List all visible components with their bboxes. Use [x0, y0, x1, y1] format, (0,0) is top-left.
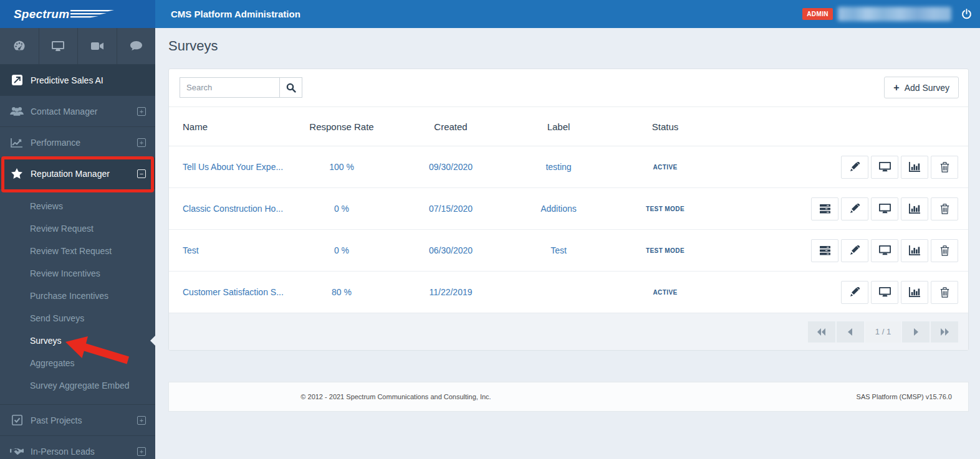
created-date: 09/30/2020	[388, 162, 513, 172]
queue-button[interactable]	[811, 239, 838, 262]
admin-badge: ADMIN	[802, 8, 833, 20]
expand-plus-icon[interactable]: +	[137, 107, 146, 116]
response-rate-value: 0 %	[295, 245, 388, 255]
label-value: testing	[513, 162, 604, 172]
sidebar-item-in-person-leads[interactable]: In-Person Leads+	[0, 435, 155, 459]
logo-area: Spectrum	[0, 0, 155, 28]
sidebar-item-label: In-Person Leads	[31, 447, 95, 457]
row-actions	[726, 281, 958, 304]
preview-button[interactable]	[871, 197, 898, 220]
first-page-button[interactable]	[808, 321, 835, 343]
status-badge: ACTIVE	[604, 164, 726, 171]
top-bar: Spectrum CMS Platform Administration ADM…	[0, 0, 980, 28]
chat-nav-icon[interactable]	[117, 28, 156, 64]
add-survey-label: Add Survey	[905, 83, 949, 93]
expand-plus-icon[interactable]: +	[137, 138, 146, 147]
sidebar-item-performance[interactable]: Performance+	[0, 126, 155, 158]
submenu-item-reviews[interactable]: Reviews	[0, 195, 155, 217]
users-icon	[10, 106, 24, 116]
survey-name-link[interactable]: Tell Us About Your Expe...	[183, 162, 295, 172]
survey-name-link[interactable]: Classic Construction Ho...	[183, 204, 295, 214]
check-square-icon	[10, 415, 24, 425]
collapse-minus-icon[interactable]: −	[137, 169, 146, 178]
submenu-item-purchase-incentives[interactable]: Purchase Incentives	[0, 285, 155, 307]
sidebar-item-label: Reputation Manager	[31, 169, 110, 179]
sidebar-item-reputation-manager[interactable]: Reputation Manager−	[0, 158, 155, 189]
next-page-button[interactable]	[902, 321, 930, 343]
label-value: Additions	[513, 204, 604, 214]
submenu-item-review-request[interactable]: Review Request	[0, 217, 155, 240]
main-content: Surveys +Add Survey NameResponse RateCre…	[155, 28, 980, 459]
handshake-icon	[10, 447, 24, 456]
stats-button[interactable]	[901, 281, 928, 304]
sidebar-item-past-projects[interactable]: Past Projects+	[0, 404, 155, 435]
queue-button[interactable]	[811, 197, 838, 220]
row-actions	[726, 197, 958, 220]
expand-plus-icon[interactable]: +	[137, 447, 146, 456]
spectrum-logo[interactable]: Spectrum	[14, 7, 115, 21]
edit-button[interactable]	[841, 197, 868, 220]
add-survey-button[interactable]: +Add Survey	[884, 77, 959, 98]
created-date: 07/15/2020	[388, 204, 513, 214]
copyright-text: © 2012 - 2021 Spectrum Communications an…	[300, 393, 491, 400]
submenu-item-review-text-request[interactable]: Review Text Request	[0, 240, 155, 262]
delete-button[interactable]	[931, 281, 958, 304]
stats-button[interactable]	[901, 156, 928, 179]
table-row: Test0 %06/30/2020TestTEST MODE	[169, 230, 968, 272]
sidebar-item-predictive-sales-ai[interactable]: Predictive Sales AI	[0, 64, 155, 95]
created-date: 11/22/2019	[388, 287, 513, 297]
table-header-row: NameResponse RateCreatedLabelStatus	[169, 106, 968, 146]
status-badge: TEST MODE	[604, 206, 726, 212]
video-camera-nav-icon[interactable]	[78, 28, 117, 64]
submenu-item-send-surveys[interactable]: Send Surveys	[0, 307, 155, 329]
edit-button[interactable]	[841, 239, 868, 262]
stats-button[interactable]	[901, 239, 928, 262]
footer-bar: © 2012 - 2021 Spectrum Communications an…	[168, 382, 969, 412]
preview-button[interactable]	[871, 156, 898, 179]
expand-plus-icon[interactable]: +	[137, 416, 146, 425]
preview-button[interactable]	[871, 239, 898, 262]
user-name-redacted[interactable]	[838, 7, 951, 21]
submenu-item-survey-aggregate-embed[interactable]: Survey Aggregate Embed	[0, 374, 155, 397]
delete-button[interactable]	[931, 156, 958, 179]
card-toolbar: +Add Survey	[169, 69, 968, 106]
sidebar-item-label: Predictive Sales AI	[31, 75, 103, 85]
preview-button[interactable]	[871, 281, 898, 304]
submenu-item-review-incentives[interactable]: Review Incentives	[0, 262, 155, 285]
delete-button[interactable]	[931, 197, 958, 220]
response-rate-value: 0 %	[295, 204, 388, 214]
sidebar-item-label: Performance	[31, 138, 80, 148]
survey-name-link[interactable]: Customer Satisfaction S...	[183, 287, 295, 297]
logo-lines	[70, 9, 115, 19]
label-value: Test	[513, 245, 604, 255]
active-item-caret	[150, 336, 155, 346]
desktop-nav-icon[interactable]	[39, 28, 79, 64]
platform-version: SAS Platform (CMSP) v15.76.0	[857, 393, 952, 400]
sidebar: Predictive Sales AIContact Manager+Perfo…	[0, 28, 155, 459]
chart-line-icon	[10, 138, 24, 148]
stats-button[interactable]	[901, 197, 928, 220]
search-button[interactable]	[279, 77, 302, 98]
surveys-card: +Add Survey NameResponse RateCreatedLabe…	[168, 69, 969, 351]
plus-icon: +	[893, 82, 899, 93]
sidebar-item-contact-manager[interactable]: Contact Manager+	[0, 95, 155, 126]
edit-button[interactable]	[841, 156, 868, 179]
app-title: CMS Platform Administration	[171, 0, 300, 28]
sidebar-item-label: Past Projects	[31, 415, 82, 425]
submenu-item-surveys[interactable]: Surveys	[0, 329, 155, 352]
delete-button[interactable]	[931, 239, 958, 262]
search-input[interactable]	[180, 77, 279, 98]
table-row: Tell Us About Your Expe...100 %09/30/202…	[169, 146, 968, 188]
survey-name-link[interactable]: Test	[183, 245, 295, 255]
page-title: Surveys	[168, 38, 218, 54]
edit-button[interactable]	[841, 281, 868, 304]
last-page-button[interactable]	[931, 321, 958, 343]
page-indicator: 1 / 1	[865, 321, 901, 343]
logout-power-icon[interactable]	[960, 8, 973, 21]
sidebar-icon-row	[0, 28, 155, 64]
prev-page-button[interactable]	[837, 321, 864, 343]
dashboard-nav-icon[interactable]	[0, 28, 39, 64]
submenu-item-aggregates[interactable]: Aggregates	[0, 352, 155, 374]
status-badge: ACTIVE	[604, 289, 726, 296]
response-rate-value: 100 %	[295, 162, 388, 172]
